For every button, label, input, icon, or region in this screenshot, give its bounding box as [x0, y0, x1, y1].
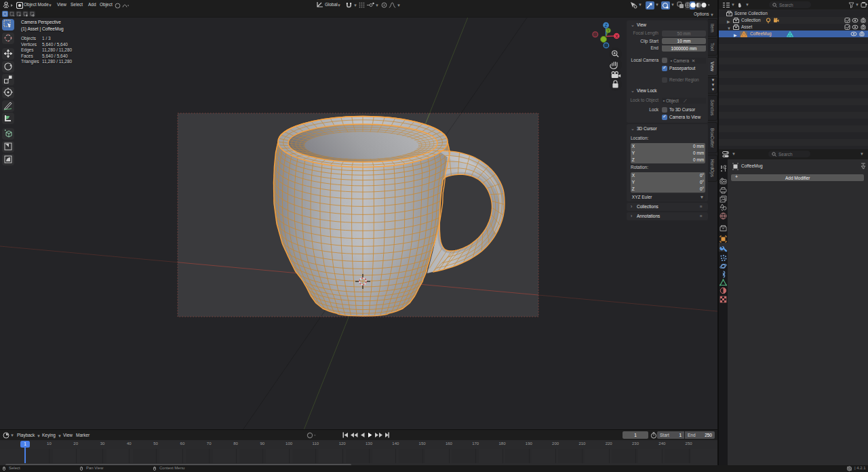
svg-text:Z: Z — [604, 23, 608, 28]
svg-text:Y: Y — [607, 28, 610, 33]
svg-text:X: X — [615, 34, 618, 39]
